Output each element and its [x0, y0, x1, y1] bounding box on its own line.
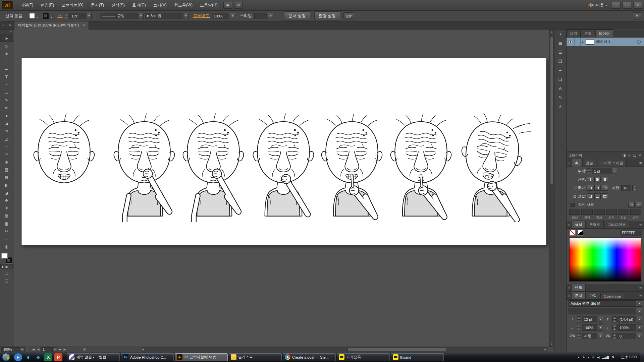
paintbrush-tool[interactable]: ✎	[0, 96, 13, 104]
cap-round-button[interactable]	[594, 177, 601, 182]
cap-butt-button[interactable]	[587, 177, 593, 182]
tab-opentype[interactable]: OpenType	[600, 293, 624, 299]
perspective-grid-tool[interactable]: ▦	[0, 166, 13, 173]
stroke-weight-field[interactable]: 1 pt	[69, 13, 86, 19]
zoom-tool[interactable]: ◎	[0, 243, 13, 250]
lasso-tool[interactable]: ◌	[0, 58, 13, 65]
taskbar-button-paint-0[interactable]: 제목 없음 - 그림판	[67, 353, 120, 361]
tab-gradient[interactable]: 그라디언트	[604, 221, 629, 228]
leading-stepper[interactable]: ▲▼	[612, 316, 616, 322]
dash-align-icon[interactable]: ⇤	[636, 202, 642, 207]
last-artboard-icon[interactable]: ▶|	[62, 348, 68, 351]
brush-dropdown-icon[interactable]: ▾	[184, 13, 189, 19]
fill-color-swatch[interactable]	[29, 13, 35, 19]
paragraph-panel-icon[interactable]: ✎	[554, 93, 566, 102]
tab-color[interactable]: 색상	[572, 221, 586, 228]
tab-artboards[interactable]: 대지	[567, 29, 581, 37]
scroll-right-icon[interactable]: ▶	[544, 347, 547, 352]
visibility-eye-icon[interactable]	[567, 38, 575, 46]
line-segment-tool[interactable]: ∕	[0, 81, 13, 88]
selection-tool[interactable]: ➤	[0, 35, 13, 42]
blend-tool[interactable]: ❖	[0, 196, 13, 204]
fill-none-swatch[interactable]	[570, 230, 575, 235]
gradient-mode-icon[interactable]: ◧	[5, 264, 8, 268]
stroke-weight-stepper[interactable]: ▲▼	[64, 13, 68, 19]
layer-name[interactable]: 레이어 1	[596, 39, 637, 44]
lock-cell[interactable]	[575, 38, 581, 46]
show-desktop-button[interactable]	[640, 352, 644, 362]
stroke-mini-swatch[interactable]	[578, 230, 583, 235]
collapse-diamond-icon[interactable]: ◇	[567, 223, 572, 228]
zoom-dropdown-icon[interactable]: ▾	[20, 347, 25, 352]
h-scale-stepper[interactable]: ▲▼	[577, 325, 581, 331]
tracking-dropdown-icon[interactable]: ▾	[637, 333, 642, 339]
dock-options-icon[interactable]: ≣	[633, 12, 641, 19]
weight-field[interactable]: 1 pt	[592, 168, 611, 174]
taskbar-button-photoshop-1[interactable]: PsAdobe Photoshop C...	[121, 353, 174, 361]
leading-field[interactable]: (14.4 pt)	[618, 316, 636, 322]
brushes-panel-icon[interactable]: ☰	[554, 48, 566, 57]
quick-powerpoint[interactable]: P	[54, 353, 62, 361]
pen-tool[interactable]: ✒	[0, 65, 13, 73]
tab-links[interactable]: 연결	[581, 29, 595, 37]
align-inside-button[interactable]	[594, 193, 601, 199]
font-style-field[interactable]: -	[569, 308, 636, 314]
tab-stroke[interactable]: 획	[572, 159, 582, 167]
delete-layer-icon[interactable]: ✕	[639, 154, 641, 157]
horizontal-scrollbar-thumb[interactable]	[347, 348, 446, 351]
gradient-tool[interactable]: ◧	[0, 181, 13, 189]
font-size-field[interactable]: 12 pt	[582, 316, 597, 322]
restore-button[interactable]: ❐	[623, 2, 631, 9]
eyedropper-tool[interactable]: ◢	[0, 189, 13, 196]
tray-kakao-icon[interactable]: ●	[587, 356, 589, 359]
close-button[interactable]: ✕	[633, 2, 642, 9]
eraser-tool[interactable]: ◪	[0, 119, 13, 127]
layer-target-icon[interactable]	[637, 40, 641, 44]
menu-view[interactable]: 보기(V)	[150, 0, 170, 10]
preferences-button[interactable]: 환경 설정	[314, 11, 340, 20]
menu-type[interactable]: 문자(T)	[87, 0, 108, 10]
dash-preserve-icon[interactable]: ⇥	[628, 202, 635, 207]
magic-wand-tool[interactable]: ✶	[0, 50, 13, 58]
limit-field[interactable]: 10	[621, 185, 631, 191]
collapse-diamond-icon[interactable]: ◇	[567, 286, 572, 291]
fill-swatch[interactable]	[2, 253, 7, 259]
font-size-stepper[interactable]: ▲▼	[577, 316, 581, 322]
direct-selection-tool[interactable]: ▷	[0, 42, 13, 50]
v-scale-dropdown-icon[interactable]: ▾	[637, 324, 642, 331]
expand-triangle-icon[interactable]: ▸	[581, 40, 586, 44]
none-mode-icon[interactable]: ⊘	[9, 264, 13, 268]
tray-volume-icon[interactable]: ◀	[597, 356, 599, 359]
show-hidden-icons[interactable]: ▲	[577, 356, 580, 359]
join-miter-button[interactable]	[587, 185, 593, 191]
dash-field-1[interactable]	[569, 209, 580, 215]
taskbar-clock[interactable]: 오후 6:09	[618, 355, 640, 360]
options-extra-icon[interactable]: ▤▾	[343, 12, 354, 19]
swatches-panel-icon[interactable]: ▦	[554, 39, 566, 48]
weight-stepper[interactable]: ▲▼	[587, 168, 591, 174]
zoom-field[interactable]: 100%	[1, 347, 20, 352]
artwork-old-man-1[interactable]	[22, 112, 106, 222]
tray-network-icon[interactable]: ▂▄▆	[602, 356, 609, 359]
mesh-tool[interactable]: ▩	[0, 173, 13, 181]
style-dropdown-icon[interactable]: ▾	[268, 13, 273, 19]
layer-thumbnail[interactable]	[586, 39, 594, 45]
color-spectrum[interactable]	[569, 237, 641, 282]
artboard[interactable]	[21, 58, 546, 245]
workspace-switcher[interactable]: 레이아웃▾	[585, 1, 610, 9]
color-panel-menu-icon[interactable]: ≣	[637, 223, 644, 228]
tab-layers[interactable]: 레이어	[595, 29, 613, 37]
font-family-field[interactable]: Adobe 명조 Std M	[569, 300, 636, 307]
appearance-panel-icon[interactable]: ✒	[554, 66, 566, 75]
brush-definition-field[interactable]: 3pt. 원	[145, 13, 182, 19]
collapse-diamond-icon[interactable]: ◇	[567, 294, 572, 299]
scale-tool[interactable]: ◿	[0, 135, 13, 142]
font-size-dropdown-icon[interactable]: ▾	[598, 316, 603, 322]
tracking-stepper[interactable]: ▲▼	[612, 333, 616, 339]
dashed-line-checkbox[interactable]	[571, 203, 575, 207]
tab-close-all-icon[interactable]: ✕	[7, 23, 14, 27]
opacity-field[interactable]: 100%	[212, 13, 229, 19]
tray-action-center-icon[interactable]: ⚑	[611, 356, 614, 359]
vertical-scrollbar-thumb[interactable]	[550, 37, 553, 184]
hex-field[interactable]: FFFFFF	[620, 230, 642, 236]
